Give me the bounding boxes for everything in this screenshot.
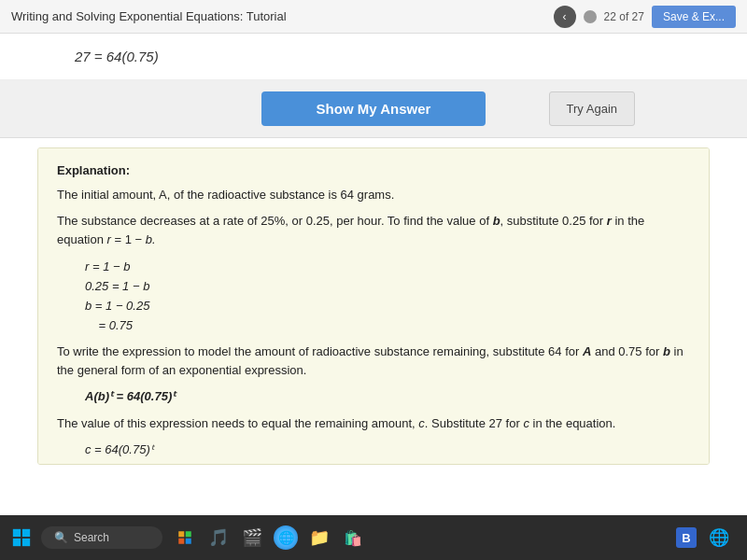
svg-rect-5 [186, 531, 191, 537]
svg-rect-2 [13, 539, 21, 546]
taskbar-app-store[interactable]: 🛍️ [340, 525, 366, 551]
taskbar: 🔍 Search 🎵 🎬 🌐 📁 🛍️ B 🌐 [0, 515, 747, 560]
taskbar-app-extra[interactable]: 🌐 [706, 525, 732, 551]
math-line-3b: 27 = 64(0.75)ᵗ [85, 460, 690, 465]
math-line-1a: r = 1 − b [85, 258, 690, 276]
svg-rect-4 [178, 531, 184, 537]
math-line-2a: A(b)ᵗ = 64(0.75)ᵗ [85, 387, 690, 406]
explanation-wrapper: Explanation: The initial amount, A, of t… [0, 147, 747, 465]
explanation-para4: The value of this expression needs to eq… [57, 414, 690, 433]
save-button[interactable]: Save & Ex... [652, 6, 736, 28]
taskbar-search[interactable]: 🔍 Search [41, 526, 162, 549]
math-block-1: r = 1 − b 0.25 = 1 − b b = 1 − 0.25 = 0.… [85, 258, 690, 336]
explanation-para3: To write the expression to model the amo… [57, 343, 690, 380]
explanation-area: Explanation: The initial amount, A, of t… [37, 147, 710, 465]
try-again-button[interactable]: Try Again [549, 91, 635, 126]
nav-back-button[interactable]: ‹ [554, 6, 576, 28]
explanation-title: Explanation: [57, 161, 690, 180]
show-answer-button[interactable]: Show My Answer [261, 91, 486, 126]
math-block-2: A(b)ᵗ = 64(0.75)ᵗ [85, 387, 690, 406]
tutorial-title: Writing and Solving Exponential Equation… [11, 9, 287, 23]
taskbar-apps: 🎵 🎬 🌐 📁 🛍️ [172, 525, 366, 551]
svg-rect-0 [13, 529, 21, 537]
search-label: Search [74, 531, 109, 544]
explanation-para2: The substance decreases at a rate of 25%… [57, 212, 690, 249]
explanation-para1: The initial amount, A, of the radioactiv… [57, 186, 690, 204]
math-line-3a: c = 64(0.75)ᵗ [85, 441, 690, 459]
svg-rect-3 [22, 539, 30, 546]
equation-text: 27 = 64(0.75) [75, 49, 159, 64]
top-bar: Writing and Solving Exponential Equation… [0, 0, 747, 34]
math-line-1d: = 0.75 [85, 316, 690, 335]
action-bar: Show My Answer Try Again [0, 80, 747, 138]
nav-dot [584, 10, 597, 23]
math-line-1b: 0.25 = 1 − b [85, 277, 690, 296]
edge-icon: 🌐 [274, 525, 298, 550]
start-button[interactable] [7, 524, 35, 552]
main-content: 27 = 64(0.75) Show My Answer Try Again E… [0, 34, 747, 515]
top-bar-right: ‹ 22 of 27 Save & Ex... [554, 6, 736, 28]
math-line-1c: b = 1 − 0.25 [85, 297, 690, 315]
progress-text: 22 of 27 [604, 10, 644, 23]
taskbar-app-video[interactable]: 🎬 [239, 525, 265, 551]
taskbar-app-folder[interactable]: 📁 [306, 525, 332, 551]
b-app-icon[interactable]: B [676, 527, 697, 548]
svg-rect-6 [178, 539, 184, 544]
taskbar-systray: B 🌐 [676, 525, 740, 551]
svg-rect-1 [22, 529, 30, 537]
svg-rect-7 [186, 539, 191, 544]
taskbar-app-music[interactable]: 🎵 [205, 525, 232, 551]
search-icon: 🔍 [54, 531, 68, 544]
taskbar-app-files[interactable] [172, 525, 198, 551]
taskbar-app-edge[interactable]: 🌐 [273, 525, 299, 551]
math-block-3: c = 64(0.75)ᵗ 27 = 64(0.75)ᵗ [85, 441, 690, 465]
equation-area: 27 = 64(0.75) [0, 34, 747, 80]
